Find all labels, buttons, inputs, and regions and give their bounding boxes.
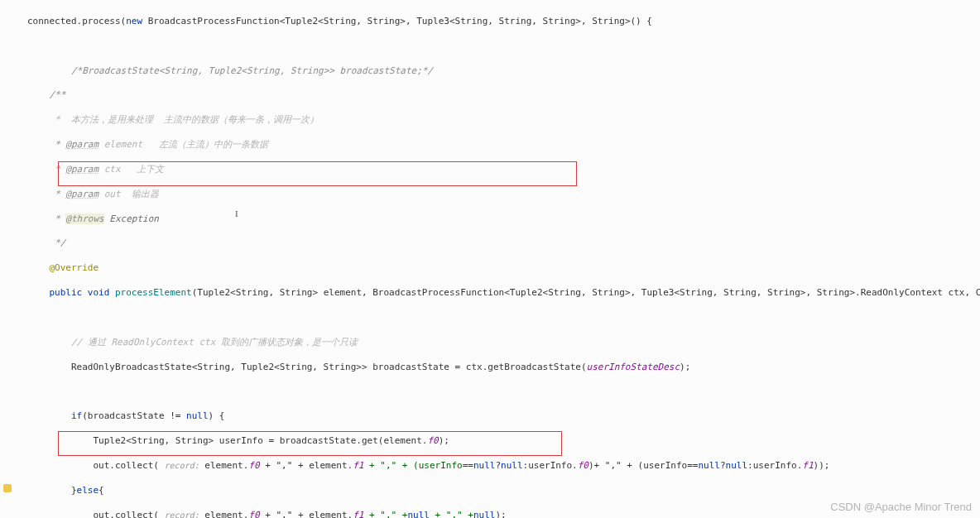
code-line: }else{: [27, 485, 980, 497]
code-line: * @param out 输出器: [27, 189, 980, 201]
code-line: */: [27, 237, 980, 250]
code-line: // 通过 ReadOnlyContext ctx 取到的广播状态对象，是一个只…: [27, 337, 980, 349]
code-line: connected.process(new BroadcastProcessFu…: [27, 16, 980, 28]
code-line: * @param element 左流（主流）中的一条数据: [27, 139, 980, 151]
code-line: if(broadcastState != null) {: [27, 410, 980, 423]
code-line: ReadOnlyBroadcastState<String, Tuple2<St…: [27, 362, 980, 374]
code-line: public void processElement(Tuple2<String…: [27, 287, 980, 300]
code-line: Tuple2<String, String> userInfo = broadc…: [27, 435, 980, 448]
code-block: connected.process(new BroadcastProcessFu…: [0, 3, 980, 518]
code-line: * @param ctx 上下文: [27, 164, 980, 176]
code-line: /*BroadcastState<String, Tuple2<String, …: [27, 65, 980, 78]
code-line: * @throws Exception: [27, 213, 980, 226]
watermark-text: CSDN @Apache Minor Trend: [830, 500, 972, 515]
code-line: * 本方法，是用来处理 主流中的数据（每来一条，调用一次）: [27, 114, 980, 127]
code-line: /**: [27, 89, 980, 102]
code-line: @Override: [27, 262, 980, 275]
gutter-warning-icon: [3, 484, 12, 492]
code-line: out.collect( record: element.f0 + "," + …: [27, 460, 980, 472]
